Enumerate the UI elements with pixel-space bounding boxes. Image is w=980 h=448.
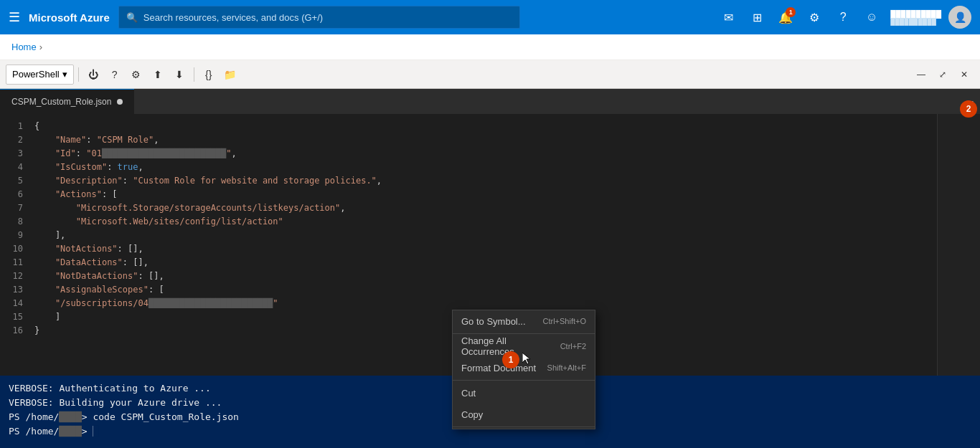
- minimap: [937, 114, 980, 376]
- braces-icon[interactable]: {}: [199, 65, 219, 85]
- code-line-13: "AssignableScopes": [: [34, 283, 937, 297]
- editor-tab-active[interactable]: CSPM_Custom_Role.json: [0, 89, 134, 114]
- svg-marker-0: [522, 353, 530, 364]
- context-menu-copy[interactable]: Copy: [453, 404, 595, 425]
- context-separator-3: [453, 426, 595, 427]
- code-line-7: "Microsoft.Storage/storageAccounts/listk…: [34, 201, 937, 215]
- shell-settings-icon[interactable]: ⚙: [126, 65, 146, 85]
- code-line-11: "DataActions": [],: [34, 256, 937, 270]
- context-menu-cut[interactable]: Cut: [453, 382, 595, 404]
- upload-icon[interactable]: ⬆: [148, 65, 168, 85]
- code-line-3: "Id": "01████████████████████████",: [34, 147, 937, 161]
- notifications-icon[interactable]: 🔔 1: [773, 4, 798, 30]
- nav-icons: ✉ ⊞ 🔔 1 ⚙ ? ☺ ██████████ ██████████ 👤: [715, 4, 971, 30]
- close-button[interactable]: ✕: [954, 65, 974, 85]
- breadcrumb-separator: ›: [39, 42, 42, 52]
- context-change-all-shortcut: Ctrl+F2: [560, 342, 586, 351]
- user-avatar[interactable]: 👤: [948, 6, 971, 29]
- hamburger-menu[interactable]: ☰: [9, 9, 20, 25]
- settings-icon[interactable]: ⚙: [801, 4, 827, 30]
- user-name: ██████████: [890, 10, 941, 18]
- azure-logo: Microsoft Azure: [29, 11, 110, 24]
- shell-mode-caret: ▾: [62, 69, 67, 80]
- context-format-shortcut: Shift+Alt+F: [547, 363, 586, 372]
- top-navigation: ☰ Microsoft Azure 🔍 Search resources, se…: [0, 0, 980, 34]
- shell-mode-dropdown[interactable]: PowerShell ▾: [6, 65, 74, 85]
- help-icon[interactable]: ?: [830, 4, 856, 30]
- mouse-cursor: [522, 353, 531, 367]
- search-bar[interactable]: 🔍 Search resources, services, and docs (…: [118, 6, 520, 29]
- feedback-icon[interactable]: ☺: [859, 4, 885, 30]
- toolbar-separator-2: [194, 67, 194, 82]
- line-numbers: 12345 678910 1112131415 16: [0, 114, 29, 376]
- context-go-to-symbol-shortcut: Ctrl+Shift+O: [542, 317, 586, 325]
- shell-toolbar: PowerShell ▾ ⏻ ? ⚙ ⬆ ⬇ {} 📁 — ⤢ ✕: [0, 60, 980, 89]
- badge-2: 2: [960, 100, 977, 118]
- tab-modified-indicator: [117, 99, 123, 105]
- folder-icon[interactable]: 📁: [220, 65, 240, 85]
- search-placeholder: Search resources, services, and docs (G+…: [143, 12, 323, 23]
- breadcrumb-bar: Home ›: [0, 34, 980, 60]
- editor-tab-bar: CSPM_Custom_Role.json ···: [0, 89, 980, 114]
- code-line-9: ],: [34, 229, 937, 242]
- help-shell-icon[interactable]: ?: [105, 65, 125, 85]
- window-controls: — ⤢ ✕: [911, 65, 974, 85]
- badge-1: 1: [502, 351, 519, 368]
- download-icon[interactable]: ⬇: [169, 65, 189, 85]
- notification-count: 1: [786, 7, 796, 17]
- code-line-2: "Name": "CSPM Role",: [34, 133, 937, 147]
- portal-icon[interactable]: ⊞: [744, 4, 770, 30]
- context-separator-2: [453, 380, 595, 381]
- code-line-1: {: [34, 120, 937, 133]
- search-icon: 🔍: [126, 12, 138, 23]
- shell-mode-label: PowerShell: [12, 69, 60, 80]
- user-email: ██████████: [890, 18, 941, 25]
- power-icon[interactable]: ⏻: [83, 65, 103, 85]
- toolbar-separator-1: [78, 67, 79, 82]
- context-menu: Go to Symbol... Ctrl+Shift+O Change All …: [452, 310, 595, 429]
- code-line-8: "Microsoft.Web/sites/config/list/action": [34, 215, 937, 229]
- code-line-10: "NotActions": [],: [34, 242, 937, 256]
- context-copy-label: Copy: [461, 409, 483, 420]
- context-separator-1: [453, 333, 595, 334]
- minimize-button[interactable]: —: [911, 65, 931, 85]
- restore-button[interactable]: ⤢: [933, 65, 953, 85]
- code-line-4: "IsCustom": true,: [34, 161, 937, 174]
- context-go-to-symbol-label: Go to Symbol...: [461, 316, 526, 327]
- user-info: ██████████ ██████████: [890, 10, 941, 25]
- code-line-6: "Actions": [: [34, 188, 937, 201]
- context-cut-label: Cut: [461, 388, 476, 399]
- code-line-14: "/subscriptions/04██████████████████████…: [34, 297, 937, 310]
- context-menu-go-to-symbol[interactable]: Go to Symbol... Ctrl+Shift+O: [453, 310, 595, 332]
- code-line-5: "Description": "Custom Role for website …: [34, 174, 937, 188]
- email-icon[interactable]: ✉: [715, 4, 741, 30]
- breadcrumb-home[interactable]: Home: [11, 42, 37, 52]
- code-line-12: "NotDataActions": [],: [34, 270, 937, 283]
- editor-container: CSPM_Custom_Role.json ··· 12345 678910 1…: [0, 89, 980, 376]
- tab-title: CSPM_Custom_Role.json: [11, 97, 111, 107]
